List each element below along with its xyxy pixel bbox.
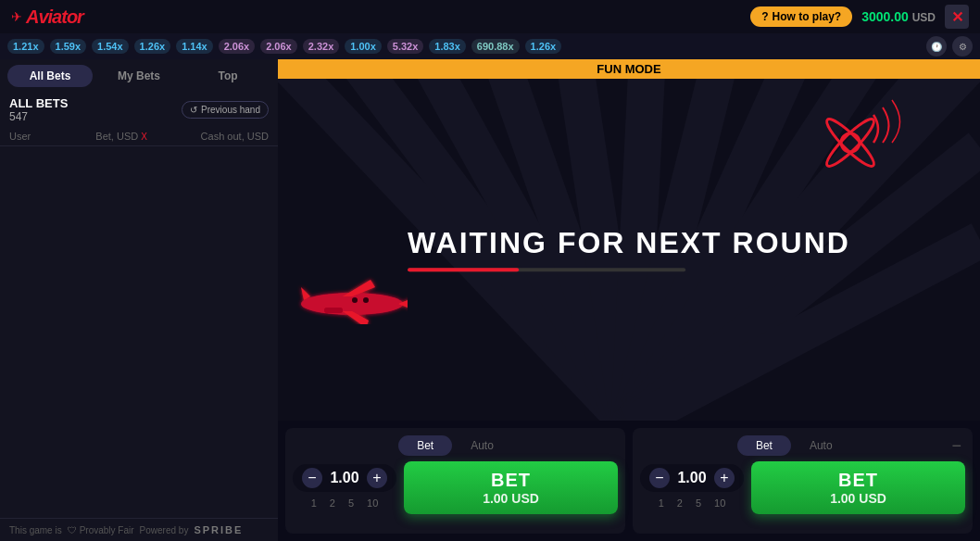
- bet-amount-1: 1.00 USD: [483, 491, 539, 507]
- propeller-icon: [795, 87, 906, 202]
- quick-amounts-1: 1 2 5 10: [308, 496, 383, 510]
- decrease-amount-1[interactable]: −: [302, 468, 322, 488]
- header-right: ? How to play? 3000.00 USD ✕: [750, 5, 969, 29]
- bets-column-headers: User Bet, USD X Cash out, USD: [0, 127, 278, 146]
- mult-badge-11[interactable]: 1.83x: [429, 39, 466, 54]
- history-icon-button[interactable]: 🕐: [926, 36, 947, 57]
- amount-control-1: − 1.00 +: [293, 464, 396, 492]
- mult-badge-7[interactable]: 2.06x: [260, 39, 297, 54]
- balance-display: 3000.00 USD: [861, 9, 936, 24]
- bet-amount-2: 1.00 USD: [830, 491, 886, 507]
- left-panel: All Bets My Bets Top ALL BETS 547 ↺ Prev…: [0, 59, 278, 541]
- logo-plane-icon: ✈: [11, 9, 22, 24]
- tab-my-bets[interactable]: My Bets: [96, 65, 182, 87]
- mult-badge-1[interactable]: 1.21x: [7, 39, 44, 54]
- logo: ✈ Aviator: [11, 6, 83, 28]
- how-to-play-button[interactable]: ? How to play?: [750, 6, 852, 27]
- increase-amount-1[interactable]: +: [367, 468, 387, 488]
- amount-value-2: 1.00: [675, 470, 709, 486]
- decrease-amount-2[interactable]: −: [649, 468, 670, 488]
- bet-label-1: BET: [491, 469, 531, 491]
- quick-amt-1-5[interactable]: 5: [345, 496, 358, 510]
- mult-badge-10[interactable]: 5.32x: [387, 39, 424, 54]
- settings-icon-button[interactable]: ⚙: [952, 36, 973, 57]
- bet-panel-1-main: − 1.00 + 1 2 5 10 BET 1.00 USD: [293, 461, 618, 514]
- quick-amt-2-2[interactable]: 2: [673, 496, 686, 510]
- col-cashout-header: Cash out, USD: [182, 131, 269, 142]
- mult-badge-9[interactable]: 1.00x: [345, 39, 382, 54]
- mult-badge-2[interactable]: 1.59x: [50, 39, 87, 54]
- spribe-logo: SPRIBE: [194, 524, 243, 535]
- bet-tab-1-bet[interactable]: Bet: [398, 435, 452, 456]
- header: ✈ Aviator ? How to play? 3000.00 USD ✕: [0, 0, 980, 33]
- bet-panel-1-tabs: Bet Auto: [293, 435, 618, 456]
- mult-badge-5[interactable]: 1.14x: [176, 39, 213, 54]
- bets-tabs-row: All Bets My Bets Top: [0, 59, 278, 93]
- right-panel: FUN MODE: [278, 59, 980, 541]
- bet-button-2[interactable]: BET 1.00 USD: [751, 461, 965, 514]
- footer-bar: This game is 🛡 Provably Fair Powered by …: [0, 518, 278, 541]
- quick-amounts-2: 1 2 5 10: [655, 496, 730, 510]
- amount-value-1: 1.00: [328, 470, 361, 486]
- all-bets-label: ALL BETS: [9, 96, 68, 110]
- game-canvas: FUN MODE: [278, 59, 980, 421]
- svg-point-15: [823, 115, 879, 171]
- progress-bar-container: [408, 268, 685, 271]
- quick-amt-2-10[interactable]: 10: [710, 496, 729, 510]
- footer-game-label: This game is: [9, 525, 62, 535]
- question-icon: ?: [761, 10, 768, 23]
- mult-badge-4[interactable]: 1.26x: [134, 39, 171, 54]
- balance-amount: 3000.00: [861, 9, 909, 24]
- svg-point-19: [363, 297, 369, 303]
- shield-icon: 🛡: [68, 525, 77, 535]
- betting-area: Bet Auto − 1.00 + 1 2 5: [278, 421, 980, 541]
- progress-bar-fill: [408, 268, 519, 271]
- mult-badge-13[interactable]: 1.26x: [525, 39, 562, 54]
- previous-hand-button[interactable]: ↺ Previous hand: [182, 101, 269, 119]
- provably-fair-badge: 🛡 Provably Fair: [68, 525, 134, 535]
- powered-by-label: Powered by: [140, 525, 189, 535]
- bet-panel-2: Bet Auto − − 1.00 + 1 2: [633, 428, 973, 534]
- close-button[interactable]: ✕: [945, 5, 969, 29]
- bets-list: [0, 146, 278, 518]
- tab-top[interactable]: Top: [185, 65, 270, 87]
- logo-text: Aviator: [26, 6, 83, 28]
- col-user-header: User: [9, 131, 95, 142]
- increase-amount-2[interactable]: +: [714, 468, 735, 488]
- bet-button-1[interactable]: BET 1.00 USD: [404, 461, 618, 514]
- remove-panel-button[interactable]: −: [948, 436, 965, 456]
- bet-panel-2-tabs: Bet Auto: [640, 435, 948, 456]
- quick-amt-2-5[interactable]: 5: [692, 496, 705, 510]
- waiting-title: WAITING FOR NEXT ROUND: [408, 226, 850, 260]
- bet-label-2: BET: [838, 469, 878, 491]
- bet-tab-1-auto[interactable]: Auto: [452, 435, 512, 456]
- fun-mode-banner: FUN MODE: [278, 59, 980, 79]
- mult-badge-3[interactable]: 1.54x: [92, 39, 129, 54]
- quick-amt-2-1[interactable]: 1: [655, 496, 668, 510]
- tab-all-bets[interactable]: All Bets: [7, 65, 93, 87]
- bets-title-block: ALL BETS 547: [9, 96, 68, 123]
- main-content: All Bets My Bets Top ALL BETS 547 ↺ Prev…: [0, 59, 980, 541]
- mult-badge-8[interactable]: 2.32x: [303, 39, 340, 54]
- svg-rect-18: [324, 308, 343, 313]
- quick-amt-1-10[interactable]: 10: [363, 496, 382, 510]
- bet-tab-2-auto[interactable]: Auto: [791, 435, 851, 456]
- balance-currency: USD: [912, 11, 936, 24]
- quick-amt-1-1[interactable]: 1: [308, 496, 320, 510]
- mult-badge-12[interactable]: 690.88x: [471, 39, 520, 54]
- bets-header: ALL BETS 547 ↺ Previous hand: [0, 93, 278, 127]
- bet-panel-1: Bet Auto − 1.00 + 1 2 5: [285, 428, 625, 534]
- x-label: X: [141, 132, 147, 142]
- bets-count: 547: [9, 110, 68, 123]
- waiting-text-block: WAITING FOR NEXT ROUND: [408, 226, 850, 271]
- bet-panel-2-main: − 1.00 + 1 2 5 10 BET 1.00 USD: [640, 461, 965, 514]
- col-bet-header: Bet, USD X: [95, 131, 182, 142]
- amount-control-2: − 1.00 +: [640, 464, 744, 492]
- svg-point-20: [352, 297, 358, 303]
- bet-panel-2-header: Bet Auto −: [640, 435, 965, 456]
- quick-amt-1-2[interactable]: 2: [326, 496, 339, 510]
- bet-tab-2-bet[interactable]: Bet: [737, 435, 791, 456]
- multiplier-strip: 1.21x 1.59x 1.54x 1.26x 1.14x 2.06x 2.06…: [0, 33, 980, 59]
- svg-point-14: [823, 115, 879, 171]
- mult-badge-6[interactable]: 2.06x: [219, 39, 256, 54]
